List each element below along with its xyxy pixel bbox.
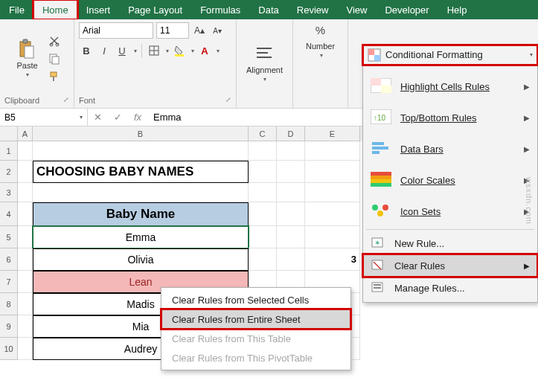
col-header[interactable]: E [305,126,360,141]
cell[interactable] [18,338,33,360]
cell[interactable] [18,183,33,202]
cell[interactable] [249,226,277,248]
cell[interactable] [277,248,305,271]
menu-review[interactable]: Review [288,0,338,19]
svg-rect-6 [52,57,59,64]
menu-formulas[interactable]: Formulas [191,0,249,19]
conditional-formatting-button[interactable]: Conditional Formatting ▾ [363,45,537,65]
cell[interactable] [277,161,305,183]
row-header[interactable]: 5 [0,226,18,248]
cf-manage-rules[interactable]: Manage Rules... [363,277,537,299]
menu-help[interactable]: Help [438,0,476,19]
cut-button[interactable] [47,33,62,48]
clear-selected-cells[interactable]: Clear Rules from Selected Cells [161,290,350,309]
cf-data-bars[interactable]: Data Bars ▶ [363,133,537,164]
fill-color-button[interactable] [172,43,187,58]
font-name-select[interactable] [79,22,153,39]
col-header[interactable]: C [249,126,277,141]
decrease-font-button[interactable]: A▾ [210,23,225,38]
menu-data[interactable]: Data [249,0,287,19]
enter-icon[interactable]: ✓ [114,112,122,123]
cell[interactable] [249,141,277,161]
borders-button[interactable] [147,43,161,58]
alignment-button[interactable]: Alignment ▾ [242,40,287,86]
cell[interactable] [249,183,277,202]
underline-button[interactable]: U [115,43,129,58]
col-header[interactable]: A [18,126,33,141]
name-cell[interactable]: Emma [33,226,249,248]
italic-button[interactable]: I [97,43,112,58]
highlight-cells-icon [371,78,391,94]
cell[interactable] [18,248,33,271]
col-header[interactable]: D [277,126,305,141]
cell[interactable] [305,141,360,161]
increase-font-button[interactable]: A▴ [192,23,207,38]
cf-icon-sets[interactable]: Icon Sets ▶ [363,196,537,227]
row-header[interactable]: 4 [0,202,18,226]
cell[interactable] [277,226,305,248]
menu-file[interactable]: File [0,0,33,19]
menu-home[interactable]: Home [33,0,77,19]
cell[interactable] [305,202,360,226]
cell[interactable] [18,226,33,248]
cell[interactable] [305,226,360,248]
cell[interactable] [18,315,33,338]
row-header[interactable]: 9 [0,315,18,338]
manage-rules-icon [371,281,385,295]
row-header[interactable]: 7 [0,271,18,293]
dialog-launcher-icon[interactable]: ⤢ [225,96,231,105]
cell[interactable] [249,248,277,271]
name-cell[interactable]: Olivia [33,248,249,271]
cell[interactable] [18,271,33,293]
title-cell[interactable]: CHOOSING BABY NAMES [33,161,249,183]
row-header[interactable]: 6 [0,248,18,271]
font-size-select[interactable] [156,22,189,39]
cf-color-scales[interactable]: Color Scales ▶ [363,164,537,196]
cell[interactable] [18,202,33,226]
svg-rect-17 [368,49,374,55]
cell[interactable] [18,141,33,161]
cf-top-bottom[interactable]: ↑10 Top/Bottom Rules ▶ [363,102,537,133]
cell[interactable] [249,202,277,226]
clear-entire-sheet[interactable]: Clear Rules from Entire Sheet [161,309,350,329]
menu-view[interactable]: View [337,0,376,19]
clear-rules-submenu: Clear Rules from Selected Cells Clear Ru… [161,287,351,370]
cell[interactable] [277,202,305,226]
menu-developer[interactable]: Developer [376,0,438,19]
dialog-launcher-icon[interactable]: ⤢ [63,96,69,105]
cell[interactable]: 3 [305,248,360,271]
cell[interactable] [33,141,249,161]
cell[interactable] [277,141,305,161]
menu-insert[interactable]: Insert [77,0,120,19]
cell[interactable] [18,293,33,315]
number-button[interactable]: Number ▾ [301,39,339,62]
bold-button[interactable]: B [79,43,94,58]
menu-page-layout[interactable]: Page Layout [119,0,191,19]
name-box[interactable]: B5 ▾ [0,109,88,126]
copy-button[interactable] [47,51,62,66]
fx-icon[interactable]: fx [134,112,141,123]
cf-new-rule[interactable]: ✶ New Rule... [363,232,537,254]
row-header[interactable]: 1 [0,141,18,161]
percent-button[interactable]: % [313,22,328,37]
row-header[interactable]: 10 [0,338,18,360]
cell[interactable] [18,161,33,183]
cf-clear-rules[interactable]: Clear Rules ▶ [363,254,537,277]
cell[interactable] [305,183,360,202]
font-color-button[interactable]: A [197,43,212,58]
row-header[interactable]: 8 [0,293,18,315]
cell[interactable] [33,183,249,202]
paste-label: Paste [16,61,37,70]
cancel-icon[interactable]: ✕ [94,112,102,123]
col-header[interactable]: B [33,126,249,141]
cell[interactable] [277,183,305,202]
row-header[interactable]: 3 [0,183,18,202]
baby-name-header[interactable]: Baby Name [33,202,249,226]
row-header[interactable]: 2 [0,161,18,183]
cf-highlight-cells[interactable]: Highlight Cells Rules ▶ [363,71,537,102]
cell[interactable] [305,161,360,183]
select-all-corner[interactable] [0,126,18,141]
paste-button[interactable]: Paste ▾ [12,36,42,81]
cell[interactable] [249,161,277,183]
format-painter-button[interactable] [47,69,62,84]
